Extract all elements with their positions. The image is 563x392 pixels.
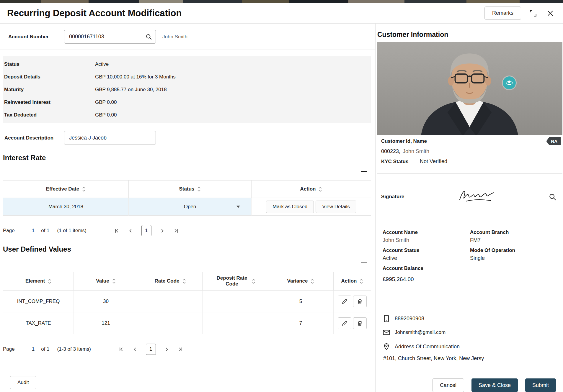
na-badge: NA: [546, 137, 561, 145]
address-row: Address Of Communication: [383, 343, 559, 350]
customer-id-values: 000223,John Smith: [381, 148, 560, 155]
current-page-input[interactable]: 1: [146, 344, 156, 355]
sort-icon: [360, 278, 363, 284]
view-details-button[interactable]: View Details: [316, 201, 356, 213]
phone-icon: [383, 315, 390, 322]
edit-icon[interactable]: [338, 317, 351, 329]
account-balance-label: Account Balance: [383, 265, 470, 271]
customer-info-title: Customer Information: [377, 31, 562, 39]
kyc-status-row: KYC Status Not Verified: [381, 158, 560, 165]
rate-code-cell: [138, 312, 203, 334]
email-icon: [383, 330, 390, 335]
page-title: Recurring Deposit Account Modification: [7, 8, 182, 19]
previous-page-icon[interactable]: [133, 347, 137, 352]
cancel-button[interactable]: Cancel: [432, 378, 464, 392]
email-address: Johnsmith@gmail.com: [395, 329, 445, 335]
signature-zoom-icon[interactable]: [549, 193, 557, 201]
footer-actions: Cancel Save & Close Submit: [377, 370, 562, 392]
account-number-value: 000001671103: [69, 34, 146, 40]
column-label: Status: [179, 186, 195, 192]
first-page-icon[interactable]: [114, 228, 119, 233]
account-modification-pane: Account Number 000001671103 John Smith S…: [0, 24, 376, 392]
row-actions-cell: Mark as Closed View Details: [252, 198, 371, 216]
summary-label: Tax Deducted: [3, 112, 95, 118]
current-page-input[interactable]: 1: [141, 225, 151, 236]
column-header-variance[interactable]: Variance: [268, 272, 334, 291]
summary-row: Tax Deducted GBP 0.00: [3, 109, 371, 121]
account-branch-label: Account Branch: [470, 229, 559, 235]
summary-value: GBP 0.00: [95, 112, 117, 118]
submit-button[interactable]: Submit: [525, 378, 556, 392]
column-header-action[interactable]: Action: [334, 272, 371, 291]
page-items-label: (1-3 of 3 items): [57, 346, 91, 352]
remarks-button[interactable]: Remarks: [484, 6, 521, 20]
variance-cell: 7: [268, 312, 334, 334]
account-name-value: John Smith: [383, 237, 470, 243]
column-header-deposit-rate-code[interactable]: Deposit Rate Code: [203, 272, 268, 291]
account-status-value: Active: [383, 255, 470, 261]
column-header-status[interactable]: Status: [129, 180, 252, 198]
email-row: Johnsmith@gmail.com: [383, 329, 559, 335]
previous-page-icon[interactable]: [128, 228, 133, 233]
interest-rate-title: Interest Rate: [3, 154, 375, 162]
customer-id-name-label: Customer Id, Name: [381, 138, 560, 144]
column-header-effective-date[interactable]: Effective Date: [3, 180, 129, 198]
close-icon[interactable]: [545, 8, 555, 18]
signature-section: Signature: [377, 174, 562, 221]
pagination-nav: 1: [119, 344, 183, 355]
summary-value: GBP 9,885.77 on June 30, 2018: [95, 87, 167, 93]
element-cell: TAX_RATE: [3, 312, 74, 334]
account-search-icon[interactable]: [146, 34, 152, 40]
edit-icon[interactable]: [338, 296, 351, 307]
summary-label: Reinvested Interest: [3, 99, 95, 105]
column-label: Action: [300, 186, 316, 192]
next-page-icon[interactable]: [165, 347, 169, 352]
signature-label: Signature: [381, 194, 457, 200]
add-interest-rate-button[interactable]: [358, 165, 370, 177]
save-close-button[interactable]: Save & Close: [471, 378, 518, 392]
summary-row: Deposit Details GBP 10,000.00 at 16% for…: [3, 70, 371, 83]
fullscreen-icon[interactable]: [528, 8, 538, 18]
column-header-rate-code[interactable]: Rate Code: [138, 272, 203, 291]
sort-icon: [82, 186, 86, 192]
account-description-input[interactable]: Jessica J Jacob: [64, 131, 156, 145]
column-header-value[interactable]: Value: [74, 272, 138, 291]
account-number-row: Account Number 000001671103 John Smith: [0, 24, 375, 50]
status-select[interactable]: Open: [129, 198, 252, 216]
next-page-icon[interactable]: [160, 228, 165, 233]
column-label: Rate Code: [154, 278, 179, 284]
last-page-icon[interactable]: [174, 228, 179, 233]
mark-as-closed-button[interactable]: Mark as Closed: [266, 201, 314, 213]
last-page-icon[interactable]: [178, 347, 183, 352]
account-name-label: Account Name: [383, 229, 470, 235]
sort-icon: [48, 278, 51, 284]
rate-code-cell: [138, 291, 203, 312]
kyc-status-label: KYC Status: [381, 159, 409, 164]
summary-row: Maturity GBP 9,885.77 on June 30, 2018: [3, 83, 371, 96]
column-label: Deposit Rate Code: [215, 275, 249, 287]
page-number: 1: [32, 346, 35, 352]
customer-360-icon[interactable]: [503, 76, 516, 89]
summary-value: GBP 10,000.00 at 16% for 3 Months: [95, 74, 176, 80]
first-page-icon[interactable]: [119, 347, 124, 352]
delete-icon[interactable]: [353, 296, 367, 307]
column-header-action[interactable]: Action: [252, 180, 371, 198]
phone-row: 8892090908: [383, 315, 559, 322]
mode-of-operation-label: Mode Of Operation: [470, 247, 559, 253]
status-value: Open: [184, 204, 196, 210]
app-header: Recurring Deposit Account Modification R…: [0, 3, 563, 24]
user-defined-toolbar: [3, 253, 371, 272]
customer-id-section: Customer Id, Name NA 000223,John Smith K…: [377, 135, 562, 174]
audit-button[interactable]: Audit: [10, 376, 36, 389]
column-label: Value: [96, 278, 109, 284]
deposit-rate-code-cell: [203, 291, 268, 312]
interest-rate-pagination: Page 1 of 1 (1 of 1 items) 1: [3, 225, 375, 236]
account-number-input[interactable]: 000001671103: [64, 30, 156, 44]
add-user-defined-value-button[interactable]: [358, 257, 370, 269]
deposit-summary-panel: Status Active Deposit Details GBP 10,000…: [3, 56, 371, 123]
customer-info-panel: Customer Information: [376, 24, 563, 392]
column-header-element[interactable]: Element: [3, 272, 74, 291]
delete-icon[interactable]: [353, 317, 367, 329]
interest-rate-table: Effective Date Status Action March 30, 2…: [3, 180, 371, 216]
value-cell: 30: [74, 291, 138, 312]
